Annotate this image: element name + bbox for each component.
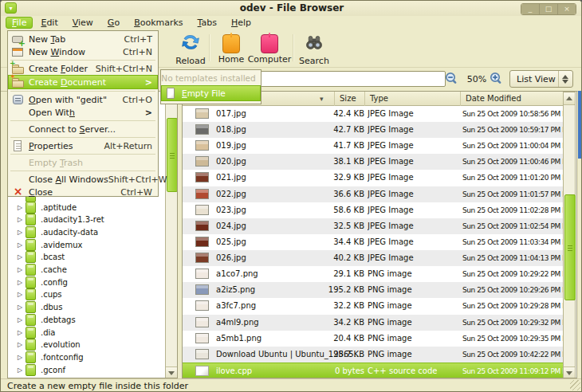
- expander-icon[interactable]: ▷: [14, 367, 26, 374]
- tree-item-gconf[interactable]: ▷.gconf: [8, 364, 65, 376]
- file-date: Sun 25 Oct 2009 11:09:12 PM EET: [462, 363, 564, 378]
- tree-item-cache[interactable]: ▷.cache: [8, 264, 67, 276]
- tree-item-fontconfig[interactable]: ▷.fontconfig: [8, 351, 84, 363]
- menubar-item-file[interactable]: File: [6, 17, 33, 29]
- expander-icon[interactable]: ▷: [14, 241, 26, 249]
- file-row-a2iz5-png[interactable]: a2iz5.png195.2 KBPNG imageSun 25 Oct 200…: [183, 282, 564, 298]
- expander-icon[interactable]: ▷: [14, 354, 26, 361]
- tree-item-audacity-data[interactable]: ▷.audacity-data: [8, 226, 98, 238]
- expander-icon[interactable]: ▷: [14, 253, 26, 261]
- titlebar[interactable]: ▾ odev - File Browser _ □ ×: [1, 1, 582, 16]
- expander-icon[interactable]: ▷: [14, 316, 26, 323]
- menu-item-create-folder[interactable]: +Create FolderShift+Ctrl+N: [9, 62, 157, 75]
- menu-item-empty-file[interactable]: Empty File: [161, 85, 261, 101]
- expander-icon[interactable]: ▷: [14, 304, 26, 311]
- expander-icon[interactable]: ▷: [14, 341, 26, 348]
- list-scrollbar[interactable]: [563, 92, 576, 378]
- file-row-017-jpg[interactable]: 017.jpg42.4 KBJPEG ImageSun 25 Oct 2009 …: [183, 106, 564, 122]
- file-date: Sun 25 Oct 2009 11:01:57 PM EET: [462, 186, 564, 202]
- file-row-ilove-cpp[interactable]: ilove.cpp0 bytesC++ source codeSun 25 Oc…: [183, 363, 564, 378]
- view-mode-select[interactable]: List View: [509, 70, 573, 88]
- scroll-up-icon[interactable]: [564, 93, 575, 105]
- file-row-024-jpg[interactable]: 024.jpg32.5 KBJPEG ImageSun 25 Oct 2009 …: [183, 218, 564, 234]
- scroll-down-icon[interactable]: [564, 367, 575, 378]
- file-row-a5mb1-png[interactable]: a5mb1.png20.4 KBPNG imageSun 25 Oct 2009…: [183, 331, 564, 347]
- menu-item-properties[interactable]: PropertiesAlt+Return: [9, 139, 157, 152]
- file-size: 32.2 KB: [326, 298, 364, 314]
- tree-item-audacity1-3-ret[interactable]: ▷.audacity1.3-ret: [8, 214, 104, 225]
- tree-item-evolution[interactable]: ▷.evolution: [8, 339, 81, 351]
- menubar-item-view[interactable]: View: [66, 17, 100, 29]
- file-date: Sun 25 Oct 2009 10:29:32 PM EET: [462, 315, 564, 331]
- file-row-a1co7-png[interactable]: a1co7.png29.1 KBPNG imageSun 25 Oct 2009…: [183, 266, 564, 282]
- column-header-type[interactable]: Type: [365, 92, 461, 106]
- column-header-date[interactable]: Date Modified: [461, 92, 564, 106]
- file-row-026-jpg[interactable]: 026.jpg40.2 KBJPEG ImageSun 25 Oct 2009 …: [183, 250, 564, 266]
- reload-button[interactable]: Reload: [171, 33, 210, 65]
- resize-grip-icon[interactable]: [570, 380, 580, 390]
- file-row-a4ml9-png[interactable]: a4ml9.png34.2 KBPNG imageSun 25 Oct 2009…: [183, 315, 564, 331]
- file-row-018-jpg[interactable]: 018.jpg42.7 KBJPEG ImageSun 25 Oct 2009 …: [183, 122, 564, 138]
- menu-item-accelerator: Shift+Ctrl+W: [108, 174, 172, 185]
- combo-spinner[interactable]: [558, 71, 572, 87]
- file-type: JPEG Image: [368, 138, 414, 154]
- computer-label: Computer: [248, 54, 292, 65]
- tree-item-debtags[interactable]: ▷.debtags: [8, 314, 76, 326]
- menu-item-no-templates-installed: No templates installed: [162, 70, 260, 85]
- file-row-023-jpg[interactable]: 023.jpg58.6 KBJPEG ImageSun 25 Oct 2009 …: [183, 202, 564, 218]
- expander-icon[interactable]: ▷: [14, 216, 26, 223]
- expander-icon[interactable]: ▷: [14, 291, 26, 298]
- close-icon[interactable]: ×: [557, 4, 576, 14]
- menu-item-create-document[interactable]: ✶Create Document>: [8, 75, 158, 89]
- expander-icon[interactable]: ▷: [14, 329, 26, 336]
- search-button[interactable]: Search: [294, 33, 334, 65]
- sort-descending-icon: ▾: [320, 92, 324, 106]
- file-date: Sun 25 Oct 2009 10:29:22 PM EET: [462, 266, 564, 282]
- file-row-download-ubuntu-ubuntu-12565[interactable]: Download Ubuntu | Ubuntu_12565...98.7 KB…: [183, 347, 564, 363]
- expander-icon[interactable]: ▷: [14, 229, 26, 236]
- menubar-item-go[interactable]: Go: [101, 17, 126, 29]
- expander-icon[interactable]: ▷: [14, 266, 26, 273]
- file-row-025-jpg[interactable]: 025.jpg34.4 KBJPEG ImageSun 25 Oct 2009 …: [183, 234, 564, 250]
- menubar-item-tabs[interactable]: Tabs: [191, 17, 223, 29]
- minimize-icon[interactable]: _: [521, 4, 539, 14]
- maximize-icon[interactable]: □: [539, 4, 557, 14]
- zoom-in-icon[interactable]: [489, 71, 505, 87]
- expander-icon[interactable]: ▷: [14, 279, 26, 286]
- home-label: Home: [218, 54, 244, 65]
- menubar-item-edit[interactable]: Edit: [34, 17, 64, 29]
- tree-item-cups[interactable]: ▷.cups: [8, 288, 62, 300]
- menu-item-open-with[interactable]: Open With>: [9, 106, 157, 119]
- menu-item-connect-to-server[interactable]: Connect to Server...: [9, 123, 157, 135]
- menu-item-close[interactable]: CloseCtrl+W: [9, 186, 157, 198]
- file-row-019-jpg[interactable]: 019.jpg41.7 KBJPEG ImageSun 25 Oct 2009 …: [183, 138, 564, 154]
- tree-item-avidemux[interactable]: ▷.avidemux: [8, 239, 83, 251]
- zoom-out-icon[interactable]: [444, 71, 460, 87]
- menu-item-label: New Tab: [29, 34, 124, 45]
- tree-item-bcast[interactable]: ▷.bcast: [8, 251, 65, 263]
- file-row-020-jpg[interactable]: 020.jpg38.1 KBJPEG ImageSun 25 Oct 2009 …: [183, 154, 564, 170]
- menu-item-new-window[interactable]: New WindowCtrl+N: [9, 45, 157, 58]
- scroll-down-icon[interactable]: [166, 367, 177, 378]
- file-row-022-jpg[interactable]: 022.jpg36.6 KBJPEG ImageSun 25 Oct 2009 …: [183, 186, 564, 202]
- menubar-item-help[interactable]: Help: [225, 17, 258, 29]
- tree-item-aptitude[interactable]: ▷.aptitude: [8, 202, 77, 214]
- column-header-size[interactable]: Size: [335, 92, 365, 106]
- tree-item-dbus[interactable]: ▷.dbus: [8, 301, 62, 313]
- file-row-021-jpg[interactable]: 021.jpg32.9 KBJPEG ImageSun 25 Oct 2009 …: [183, 170, 564, 186]
- tree-item-dia[interactable]: ▷.dia: [8, 327, 55, 339]
- expander-icon[interactable]: ▷: [14, 204, 26, 211]
- menu-item-open-with-gedit[interactable]: Open with "gedit"Ctrl+O: [9, 93, 157, 106]
- tree-item-config[interactable]: ▷.config: [8, 276, 68, 288]
- file-browser-window: ▾ odev - File Browser _ □ × FileEditView…: [0, 0, 582, 392]
- home-button[interactable]: Home: [213, 33, 250, 65]
- menu-item-close-all-windows[interactable]: Close All WindowsShift+Ctrl+W: [9, 173, 157, 186]
- file-date: Sun 25 Oct 2009 10:42:22 PM EET: [462, 347, 564, 363]
- list-scrollbar-thumb[interactable]: [564, 194, 576, 300]
- sidebar-scrollbar[interactable]: [165, 92, 178, 378]
- create-document-icon: ✶: [11, 76, 25, 88]
- file-row-a3fc7-png[interactable]: a3fc7.png32.2 KBPNG imageSun 25 Oct 2009…: [183, 298, 564, 314]
- menubar-item-bookmarks[interactable]: Bookmarks: [128, 17, 189, 29]
- menu-item-new-tab[interactable]: New TabCtrl+T: [9, 33, 157, 45]
- computer-button[interactable]: Computer: [248, 33, 291, 65]
